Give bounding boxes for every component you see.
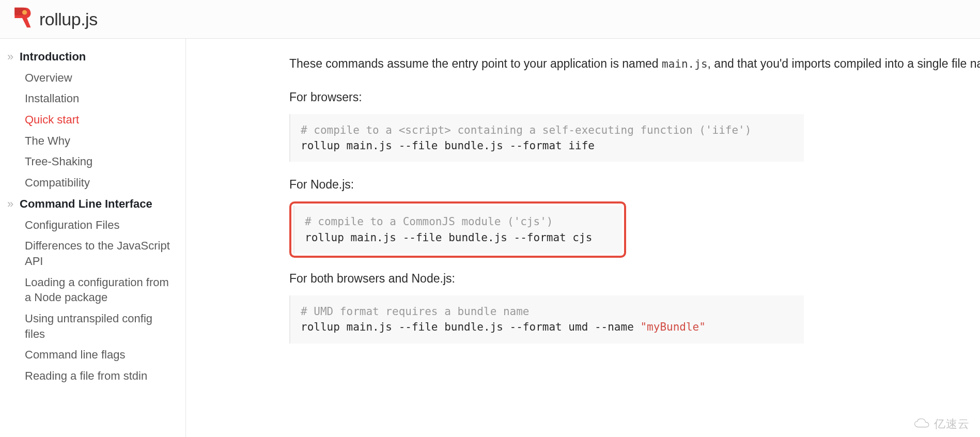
- nav-item: Overview: [25, 70, 175, 86]
- label-node: For Node.js:: [289, 175, 980, 194]
- highlighted-code-box: # compile to a CommonJS module ('cjs') r…: [289, 201, 626, 258]
- nav-heading-label: Command Line Interface: [20, 196, 152, 212]
- main-content: These commands assume the entry point to…: [186, 39, 980, 437]
- intro-paragraph: These commands assume the entry point to…: [289, 54, 980, 73]
- nav-heading-cli[interactable]: » Command Line Interface: [7, 196, 175, 212]
- nav-link-overview[interactable]: Overview: [25, 70, 72, 86]
- nav-item: Loading a configuration from a Node pack…: [25, 275, 175, 305]
- inline-code-main-js: main.js: [662, 58, 708, 70]
- svg-point-0: [22, 10, 27, 14]
- chevron-right-icon: »: [7, 196, 17, 212]
- nav-section-cli: » Command Line Interface Configuration F…: [7, 196, 175, 384]
- sidebar-nav: » Introduction Overview Installation Qui…: [0, 39, 186, 437]
- rollup-logo-icon: [12, 7, 32, 32]
- nav-item: Using untranspiled config files: [25, 311, 175, 341]
- nav-item: Reading a file from stdin: [25, 368, 175, 384]
- nav-item: Installation: [25, 91, 175, 106]
- nav-item: Quick start: [25, 112, 175, 128]
- nav-section-introduction: » Introduction Overview Installation Qui…: [7, 49, 175, 191]
- label-both: For both browsers and Node.js:: [289, 269, 980, 288]
- nav-link-cmdline-flags[interactable]: Command line flags: [25, 347, 125, 363]
- nav-link-load-from-pkg[interactable]: Loading a configuration from a Node pack…: [25, 275, 170, 305]
- nav-link-installation[interactable]: Installation: [25, 91, 79, 106]
- code-block-node: # compile to a CommonJS module ('cjs') r…: [293, 206, 622, 254]
- code-command-pre: rollup main.js --file bundle.js --format…: [301, 321, 640, 333]
- code-command: rollup main.js --file bundle.js --format…: [305, 231, 592, 244]
- code-block-browsers: # compile to a <script> containing a sel…: [289, 114, 804, 162]
- code-string: "myBundle": [640, 321, 705, 333]
- watermark-text: 亿速云: [934, 415, 970, 433]
- nav-item: Differences to the JavaScript API: [25, 238, 175, 269]
- nav-link-tree-shaking[interactable]: Tree-Shaking: [25, 154, 92, 169]
- code-comment: # compile to a CommonJS module ('cjs'): [305, 215, 553, 228]
- label-browsers: For browsers:: [289, 88, 980, 107]
- intro-text-mid: , and that you'd imports compiled into a…: [708, 57, 980, 70]
- nav-link-config-files[interactable]: Configuration Files: [25, 217, 119, 233]
- nav-item: Configuration Files: [25, 217, 175, 233]
- code-command: rollup main.js --file bundle.js --format…: [301, 139, 595, 152]
- nav-item: Tree-Shaking: [25, 154, 175, 169]
- nav-link-untranspiled-cfg[interactable]: Using untranspiled config files: [25, 311, 170, 341]
- nav-link-read-stdin[interactable]: Reading a file from stdin: [25, 368, 147, 384]
- nav-item: The Why: [25, 133, 175, 149]
- nav-item: Command line flags: [25, 347, 175, 363]
- watermark: 亿速云: [913, 415, 970, 433]
- code-block-umd: # UMD format requires a bundle name roll…: [289, 295, 804, 344]
- site-title: rollup.js: [39, 9, 98, 29]
- logo-link[interactable]: rollup.js: [12, 7, 98, 32]
- nav-link-the-why[interactable]: The Why: [25, 133, 70, 149]
- nav-item: Compatibility: [25, 175, 175, 191]
- chevron-right-icon: »: [7, 49, 17, 65]
- nav-heading-label: Introduction: [20, 49, 86, 65]
- cloud-icon: [913, 417, 931, 430]
- nav-link-quick-start[interactable]: Quick start: [25, 112, 79, 128]
- code-comment: # UMD format requires a bundle name: [301, 305, 530, 318]
- nav-heading-introduction[interactable]: » Introduction: [7, 49, 175, 65]
- intro-text-pre: These commands assume the entry point to…: [289, 57, 662, 70]
- app-header: rollup.js: [0, 0, 980, 39]
- code-comment: # compile to a <script> containing a sel…: [301, 124, 751, 136]
- nav-link-compatibility[interactable]: Compatibility: [25, 175, 90, 191]
- nav-link-differences-api[interactable]: Differences to the JavaScript API: [25, 238, 170, 269]
